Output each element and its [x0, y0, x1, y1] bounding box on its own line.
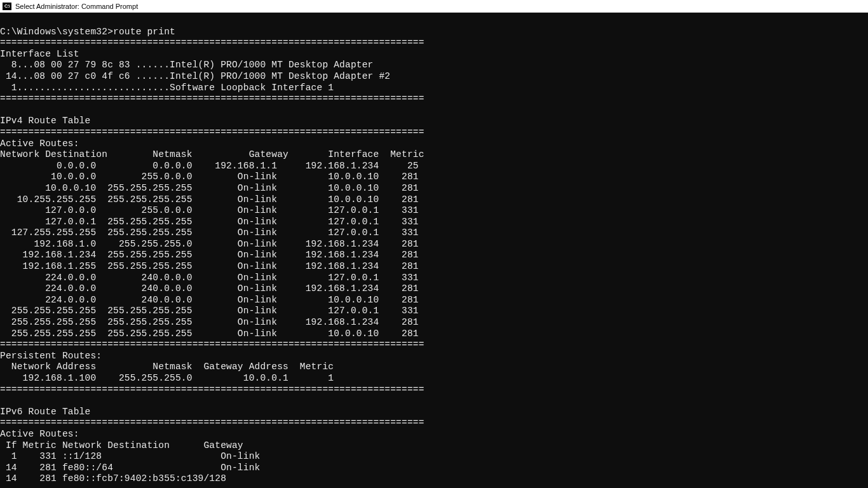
command-prompt-icon: C:\ — [3, 3, 11, 10]
terminal-output[interactable]: C:\Windows\system32>route print ========… — [0, 13, 868, 485]
window-titlebar[interactable]: C:\ Select Administrator: Command Prompt — [0, 0, 868, 13]
window-title: Select Administrator: Command Prompt — [15, 3, 138, 10]
